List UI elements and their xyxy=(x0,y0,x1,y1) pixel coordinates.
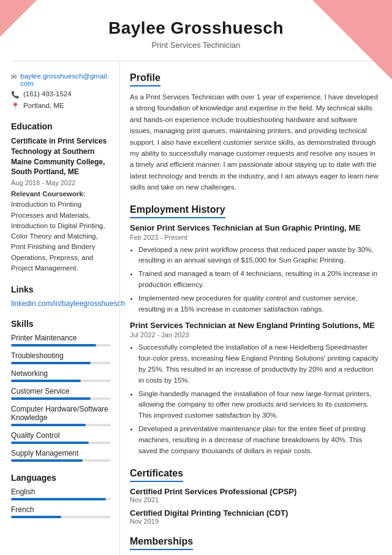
skill-bar-bg xyxy=(11,459,111,462)
job-bullet: Developed a preventative maintenance pla… xyxy=(138,424,380,456)
skill-bar-fill xyxy=(11,397,91,400)
job-bullet: Implemented new procedures for quality c… xyxy=(138,293,380,315)
skill-bar-bg xyxy=(11,442,111,444)
cert-name: Certified Print Services Professional (C… xyxy=(130,487,380,496)
candidate-name: Baylee Grosshuesch xyxy=(12,18,380,38)
job-title: Print Services Technician at New England… xyxy=(130,321,380,330)
edu-degree: Certificate in Print Services Technology… xyxy=(11,136,111,177)
job-bullet: Trained and managed a team of 4 technici… xyxy=(138,269,380,291)
skill-item: Supply Management xyxy=(11,449,111,462)
cert-name: Certified Digital Printing Technician (C… xyxy=(130,508,380,518)
job-entry: Print Services Technician at New England… xyxy=(130,321,380,456)
resume-container: Baylee Grosshuesch Print Services Techni… xyxy=(0,0,392,555)
certificates-heading: Certificates xyxy=(130,468,183,482)
skill-bar-bg xyxy=(11,380,111,382)
job-title: Senior Print Services Technician at Sun … xyxy=(130,223,380,232)
coursework-text: Introduction to Printing Processes and M… xyxy=(11,201,105,272)
memberships-heading: Memberships xyxy=(130,536,193,550)
language-label: French xyxy=(11,505,111,514)
contact-section: ✉ baylee.grosshuesch@gmail.com 📞 (161) 4… xyxy=(11,72,111,110)
skills-section: Skills Printer Maintenance Troubleshooti… xyxy=(11,319,111,462)
skill-bar-fill xyxy=(11,344,96,346)
email-link[interactable]: baylee.grosshuesch@gmail.com xyxy=(20,72,111,87)
profile-heading: Profile xyxy=(130,72,160,86)
candidate-title: Print Services Technician xyxy=(12,40,380,50)
skill-item: Customer Service xyxy=(11,387,111,400)
employment-heading: Employment History xyxy=(130,204,225,218)
language-item: English xyxy=(11,488,111,500)
profile-text: As a Print Services Technician with over… xyxy=(130,91,380,193)
language-bar-fill xyxy=(11,498,106,500)
skill-bar-fill xyxy=(11,459,83,462)
email-icon: ✉ xyxy=(11,73,17,81)
jobs-list: Senior Print Services Technician at Sun … xyxy=(130,223,380,457)
phone-item: 📞 (161) 493-1524 xyxy=(11,90,111,99)
skill-item: Networking xyxy=(11,369,111,382)
cert-date: Nov 2019 xyxy=(130,518,380,525)
skill-item: Printer Maintenance xyxy=(11,334,111,346)
job-dates: Jul 2022 - Jan 2023 xyxy=(130,331,380,339)
content-area: Profile As a Print Services Technician w… xyxy=(119,61,392,555)
edu-dates: Aug 2018 - May 2022 xyxy=(11,179,111,186)
education-section: Education Certificate in Print Services … xyxy=(11,121,111,274)
job-entry: Senior Print Services Technician at Sun … xyxy=(130,223,380,315)
skill-bar-fill xyxy=(11,442,89,444)
language-bar-bg xyxy=(11,516,111,518)
main-layout: ✉ baylee.grosshuesch@gmail.com 📞 (161) 4… xyxy=(0,61,392,555)
job-bullet: Successfully completed the installation … xyxy=(138,342,380,386)
skills-list: Printer Maintenance Troubleshooting Netw… xyxy=(11,334,111,462)
skill-bar-bg xyxy=(11,362,111,364)
linkedin-link[interactable]: linkedin.com/in/bayleegrosshuesch xyxy=(11,299,125,308)
skill-bar-fill xyxy=(11,424,86,426)
links-section: Links linkedin.com/in/bayleegrosshuesch xyxy=(11,285,111,308)
employment-section: Employment History Senior Print Services… xyxy=(130,204,380,457)
linkedin-item: linkedin.com/in/bayleegrosshuesch xyxy=(11,299,111,308)
languages-list: English French xyxy=(11,488,111,518)
skill-label: Printer Maintenance xyxy=(11,334,111,342)
language-label: English xyxy=(11,488,111,496)
skill-label: Supply Management xyxy=(11,449,111,457)
links-heading: Links xyxy=(11,285,111,294)
language-item: French xyxy=(11,505,111,518)
skill-bar-fill xyxy=(11,380,81,382)
cert-entry: Certified Digital Printing Technician (C… xyxy=(130,508,380,525)
location-item: 📍 Portland, ME xyxy=(11,102,111,110)
skill-label: Troubleshooting xyxy=(11,351,111,360)
skill-label: Customer Service xyxy=(11,387,111,396)
coursework-label: Relevant Coursework: xyxy=(11,190,85,197)
phone-icon: 📞 xyxy=(11,91,20,99)
job-bullet: Developed a new print workflow process t… xyxy=(138,245,380,267)
profile-section: Profile As a Print Services Technician w… xyxy=(130,72,380,193)
email-item: ✉ baylee.grosshuesch@gmail.com xyxy=(11,72,111,87)
job-dates: Feb 2023 - Present xyxy=(130,234,380,241)
skill-item: Computer Hardware/Software Knowledge xyxy=(11,405,111,426)
header: Baylee Grosshuesch Print Services Techni… xyxy=(0,0,392,61)
job-bullet: Single-handedly managed the installation… xyxy=(138,389,380,421)
memberships-section: Memberships Printing Industries of Ameri… xyxy=(130,536,380,555)
skill-bar-bg xyxy=(11,344,111,346)
cert-entry: Certified Print Services Professional (C… xyxy=(130,487,380,503)
languages-section: Languages English French xyxy=(11,473,111,518)
skill-bar-fill xyxy=(11,362,91,364)
certs-list: Certified Print Services Professional (C… xyxy=(130,487,380,525)
cert-date: Nov 2021 xyxy=(130,496,380,503)
job-bullets: Successfully completed the installation … xyxy=(130,342,380,456)
skill-item: Troubleshooting xyxy=(11,351,111,364)
skill-bar-bg xyxy=(11,424,111,426)
skill-label: Quality Control xyxy=(11,431,111,440)
languages-heading: Languages xyxy=(11,473,111,483)
skill-item: Quality Control xyxy=(11,431,111,444)
skills-heading: Skills xyxy=(11,319,111,329)
phone-text: (161) 493-1524 xyxy=(23,90,72,98)
edu-coursework: Relevant Coursework: Introduction to Pri… xyxy=(11,189,111,274)
skill-label: Networking xyxy=(11,369,111,378)
language-bar-bg xyxy=(11,498,111,500)
education-heading: Education xyxy=(11,121,111,131)
skill-bar-bg xyxy=(11,397,111,400)
location-icon: 📍 xyxy=(11,102,20,110)
certificates-section: Certificates Certified Print Services Pr… xyxy=(130,468,380,525)
location-text: Portland, ME xyxy=(23,102,64,109)
job-bullets: Developed a new print workflow process t… xyxy=(130,245,380,315)
language-bar-fill xyxy=(11,516,61,518)
sidebar: ✉ baylee.grosshuesch@gmail.com 📞 (161) 4… xyxy=(0,61,119,555)
